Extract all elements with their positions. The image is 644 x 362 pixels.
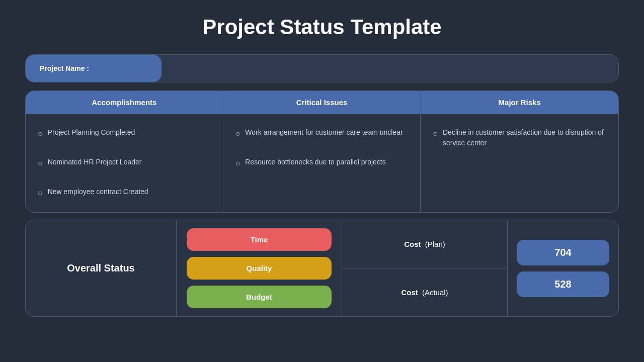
list-item: ○ Project Planning Completed — [38, 122, 211, 145]
budget-status-button[interactable]: Budget — [187, 286, 332, 308]
cost-values-col: 704 528 — [508, 220, 618, 316]
cost-plan-label: Cost (Plan) — [342, 220, 507, 268]
accomplishments-header: Accomplishments — [26, 91, 223, 114]
accomplishments-col: Accomplishments ○ Project Planning Compl… — [26, 91, 223, 212]
cost-plan-value: 704 — [517, 240, 609, 265]
list-item: ○ Resource bottlenecks due to parallel p… — [235, 152, 409, 174]
quality-status-button[interactable]: Quality — [187, 257, 332, 280]
overall-status-section: Overall Status Time Quality Budget Cost … — [25, 220, 619, 317]
status-buttons-col: Time Quality Budget — [177, 220, 342, 316]
time-status-button[interactable]: Time — [187, 228, 332, 251]
bullet-icon: ○ — [235, 128, 240, 140]
list-item: ○ Work arrangement for customer care tea… — [235, 122, 409, 145]
cost-actual-value: 528 — [517, 272, 609, 297]
critical-issues-body: ○ Work arrangement for customer care tea… — [223, 114, 421, 212]
list-item: ○ New employee contract Created — [38, 182, 211, 204]
bullet-icon: ○ — [235, 157, 240, 169]
major-risks-body: ○ Decline in customer satisfaction due t… — [421, 114, 618, 212]
critical-issues-col: Critical Issues ○ Work arrangement for c… — [223, 91, 421, 212]
major-risks-header: Major Risks — [421, 91, 618, 114]
overall-status-label: Overall Status — [26, 220, 177, 316]
accomplishments-body: ○ Project Planning Completed ○ Nominated… — [26, 114, 223, 212]
bullet-icon: ○ — [433, 128, 438, 140]
bullet-icon: ○ — [38, 128, 43, 140]
list-item: ○ Nominated HR Project Leader — [38, 152, 211, 174]
main-grid: Accomplishments ○ Project Planning Compl… — [25, 90, 619, 213]
page-title: Project Status Template — [202, 15, 441, 39]
major-risks-col: Major Risks ○ Decline in customer satisf… — [421, 91, 618, 212]
cost-labels-col: Cost (Plan) Cost (Actual) — [342, 220, 508, 316]
project-name-bar: Project Name : — [25, 54, 619, 82]
cost-actual-label: Cost (Actual) — [342, 268, 507, 316]
bullet-icon: ○ — [38, 157, 43, 169]
list-item: ○ Decline in customer satisfaction due t… — [433, 122, 606, 153]
project-name-label: Project Name : — [26, 55, 162, 82]
critical-issues-header: Critical Issues — [223, 91, 421, 114]
bullet-icon: ○ — [38, 187, 43, 199]
